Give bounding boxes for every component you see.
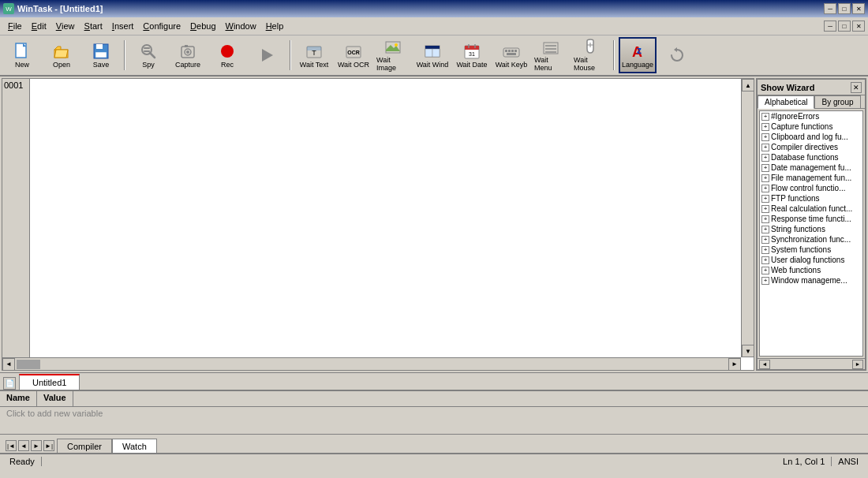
tree-expand-icon[interactable]: + [761,185,769,192]
list-item[interactable]: + Web functions [760,265,862,275]
tree-expand-icon[interactable]: + [761,215,769,223]
list-item[interactable]: + Real calculation funct... [760,204,862,214]
tree-expand-icon[interactable]: + [761,154,769,162]
list-item[interactable]: + Synchronization func... [760,234,862,245]
scroll-up-arrow[interactable]: ▲ [742,79,754,91]
tab-watch-label: Watch [122,442,147,451]
tab-alphabetical[interactable]: Alphabetical [758,95,814,109]
list-item[interactable]: + Compiler directives [760,142,862,152]
wait-keyb-button[interactable]: Wait Keyb [492,37,530,73]
tree-expand-icon[interactable]: + [761,164,769,172]
wizard-scrollbar-horizontal[interactable]: ◄ ► [758,358,865,369]
capture-button[interactable]: Capture [169,37,207,73]
tab-untitled1[interactable]: Untitled1 [19,374,80,390]
wait-ocr-icon: OCR [344,42,363,61]
wizard-tree[interactable]: + #IgnoreErrors + Capture functions + Cl… [759,110,863,357]
tree-expand-icon[interactable]: + [761,246,769,254]
list-item[interactable]: + Response time functi... [760,214,862,224]
tree-expand-icon[interactable]: + [761,267,769,274]
nav-next-button[interactable]: ► [31,440,42,451]
list-item[interactable]: + Date management fu... [760,162,862,173]
svg-rect-35 [511,50,514,52]
tab-compiler[interactable]: Compiler [57,439,112,453]
menu-insert[interactable]: Insert [107,19,139,33]
tab-watch[interactable]: Watch [112,439,157,453]
reload-button[interactable] [658,37,696,73]
nav-last-button[interactable]: ►| [43,440,54,451]
tree-expand-icon[interactable]: + [761,277,769,285]
sep3 [613,40,615,70]
menu-file[interactable]: File [3,19,27,33]
scroll-left-arrow[interactable]: ◄ [2,358,15,371]
wait-date-button[interactable]: 31 Wait Date [453,37,491,73]
tree-expand-icon[interactable]: + [761,236,769,244]
minimize-button[interactable]: ─ [824,3,836,14]
tree-expand-icon[interactable]: + [761,195,769,203]
wizard-close-button[interactable]: ✕ [851,82,862,93]
open-button[interactable]: Open [43,37,80,73]
menu-help[interactable]: Help [261,19,289,33]
click-to-add[interactable]: Click to add new variable [6,409,103,418]
editor-pane: 0001 ▲ ▼ ◄ ► [2,78,754,371]
list-item[interactable]: + String functions [760,224,862,234]
tree-expand-icon[interactable]: + [761,205,769,213]
tree-item-label: Date management fu... [771,163,851,172]
scroll-right-arrow[interactable]: ► [728,358,741,371]
wait-menu-button[interactable]: Wait Menu [532,37,570,73]
play-button[interactable] [248,37,286,73]
list-item[interactable]: + File management fun... [760,173,862,183]
language-button[interactable]: A z Language [619,37,657,73]
save-button[interactable]: Save [82,37,120,73]
menu-configure[interactable]: Configure [138,19,185,33]
nav-prev-button[interactable]: ◄ [18,440,29,451]
tree-expand-icon[interactable]: + [761,133,769,141]
menu-view[interactable]: View [51,19,80,33]
scroll-down-arrow[interactable]: ▼ [742,345,754,357]
tab-bygroup[interactable]: By group [814,95,860,108]
wait-image-button[interactable]: Wait Image [374,37,412,73]
menu-edit[interactable]: Edit [27,19,51,33]
tree-expand-icon[interactable]: + [761,123,769,131]
wait-mouse-button[interactable]: Wait Mouse [571,37,609,73]
list-item[interactable]: + Clipboard and log fu... [760,132,862,142]
tree-item-label: Real calculation funct... [771,204,852,213]
editor-content[interactable] [31,79,754,370]
inner-maximize-button[interactable]: □ [838,21,851,32]
editor-scrollbar-vertical[interactable]: ▲ ▼ [741,79,754,357]
tree-expand-icon[interactable]: + [761,174,769,182]
rec-button[interactable]: Rec [208,37,246,73]
list-item[interactable]: + Window manageme... [760,275,862,286]
menu-debug[interactable]: Debug [185,19,220,33]
menu-start[interactable]: Start [80,19,107,33]
close-button[interactable]: ✕ [852,3,865,14]
wizard-scroll-right[interactable]: ► [852,360,863,369]
inner-close-button[interactable]: ✕ [852,21,865,32]
tree-expand-icon[interactable]: + [761,113,769,121]
tree-expand-icon[interactable]: + [761,144,769,151]
list-item[interactable]: + User dialog functions [760,255,862,265]
tree-expand-icon[interactable]: + [761,226,769,233]
list-item[interactable]: + FTP functions [760,193,862,204]
wait-wind-button[interactable]: Wait Wind [413,37,451,73]
tree-item-label: Synchronization func... [771,235,851,244]
h-scroll-thumb[interactable] [17,360,40,369]
menu-window[interactable]: Window [221,19,261,33]
new-button[interactable]: New [3,37,41,73]
list-item[interactable]: + Flow control functio... [760,183,862,193]
maximize-button[interactable]: □ [838,3,851,14]
editor-scrollbar-horizontal[interactable]: ◄ ► [2,357,741,370]
wait-text-button[interactable]: T Wait Text [295,37,333,73]
list-item[interactable]: + Capture functions [760,121,862,132]
list-item[interactable]: + System functions [760,245,862,255]
inner-minimize-button[interactable]: ─ [824,21,836,32]
spy-button[interactable]: Spy [129,37,167,73]
tree-expand-icon[interactable]: + [761,256,769,264]
list-item[interactable]: + Database functions [760,152,862,162]
svg-rect-34 [508,50,511,52]
tree-item-label: Response time functi... [771,215,851,223]
wait-ocr-button[interactable]: OCR Wait OCR [335,37,372,73]
list-item[interactable]: + #IgnoreErrors [760,111,862,121]
nav-first-button[interactable]: |◄ [6,440,17,451]
wizard-scroll-left[interactable]: ◄ [759,360,770,369]
title-controls: ─ □ ✕ [824,3,865,14]
